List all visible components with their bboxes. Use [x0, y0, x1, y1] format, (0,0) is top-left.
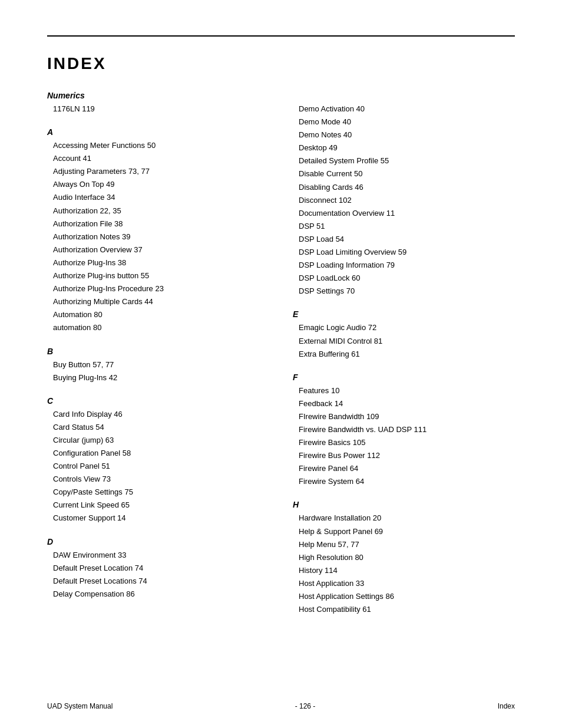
- entry-buying-plug-ins: Buying Plug-Ins 42: [47, 371, 269, 384]
- entry-authorization: Authorization 22, 35: [47, 205, 269, 218]
- entry-dsp-load-limiting-overview: DSP Load Limiting Overview 59: [293, 246, 515, 259]
- entry-hardware-installation: Hardware Installation 20: [293, 512, 515, 525]
- left-column: Numerics 1176LN 119 A Accessing Meter Fu…: [47, 91, 269, 616]
- entry-always-on-top: Always On Top 49: [47, 178, 269, 191]
- entry-firewire-bus-power: Firewire Bus Power 112: [293, 449, 515, 462]
- entry-detailed-system-profile: Detailed System Profile 55: [293, 154, 515, 167]
- entry-documentation-overview: Documentation Overview 11: [293, 207, 515, 220]
- entry-help-support-panel: Help & Support Panel 69: [293, 525, 515, 538]
- entry-firewire-system: Firewire System 64: [293, 475, 515, 488]
- footer: UAD System Manual - 126 - Index: [47, 702, 515, 710]
- entry-authorization-file: Authorization File 38: [47, 218, 269, 230]
- entry-firewire-bandwidth-fi: FIrewire Bandwidth 109: [293, 410, 515, 423]
- footer-center: - 126 -: [295, 702, 316, 710]
- entry-copy-paste-settings: Copy/Paste Settings 75: [47, 486, 269, 499]
- entry-circular-jump: Circular (jump) 63: [47, 434, 269, 447]
- entry-default-preset-locations: Default Preset Locations 74: [47, 575, 269, 588]
- entry-card-info-display: Card Info Display 46: [47, 408, 269, 421]
- entry-disconnect: Disconnect 102: [293, 194, 515, 207]
- section-heading-h: H: [293, 500, 515, 509]
- section-heading-c: C: [47, 396, 269, 406]
- entry-current-link-speed: Current Link Speed 65: [47, 499, 269, 512]
- entry-dsp-loadlock: DSP LoadLock 60: [293, 272, 515, 285]
- top-border: [47, 35, 515, 37]
- entry-account: Account 41: [47, 152, 269, 165]
- entry-host-compatibility: Host Compatibility 61: [293, 603, 515, 616]
- entry-adjusting-parameters: Adjusting Parameters 73, 77: [47, 165, 269, 178]
- entry-accessing-meter: Accessing Meter Functions 50: [47, 139, 269, 152]
- page-title: INDEX: [47, 54, 515, 73]
- entry-firewire-basics: Firewire Basics 105: [293, 436, 515, 449]
- entry-firewire-panel: Firewire Panel 64: [293, 462, 515, 475]
- section-heading-a: A: [47, 127, 269, 137]
- entry-extra-buffering: Extra Buffering 61: [293, 348, 515, 361]
- entry-dsp-settings: DSP Settings 70: [293, 285, 515, 298]
- section-heading-e: E: [293, 309, 515, 319]
- entry-host-application-settings: Host Application Settings 86: [293, 590, 515, 603]
- footer-right: Index: [498, 702, 515, 710]
- entry-card-status: Card Status 54: [47, 421, 269, 434]
- content-columns: Numerics 1176LN 119 A Accessing Meter Fu…: [47, 91, 515, 616]
- entry-audio-interface: Audio Interface 34: [47, 191, 269, 204]
- entry-demo-mode: Demo Mode 40: [293, 116, 515, 129]
- entry-daw-environment: DAW Environment 33: [47, 549, 269, 562]
- entry-controls-view: Controls View 73: [47, 473, 269, 486]
- entry-authorize-plug-ins-button: Authorize Plug-ins button 55: [47, 269, 269, 282]
- entry-control-panel: Control Panel 51: [47, 460, 269, 473]
- entry-configuration-panel: Configuration Panel 58: [47, 447, 269, 460]
- entry-authorize-plug-ins: Authorize Plug-Ins 38: [47, 256, 269, 269]
- entry-dsp-loading-information: DSP Loading Information 79: [293, 259, 515, 272]
- entry-dsp: DSP 51: [293, 220, 515, 233]
- entry-history: History 114: [293, 564, 515, 577]
- section-heading-b: B: [47, 347, 269, 356]
- entry-demo-activation: Demo Activation 40: [293, 103, 515, 116]
- entry-delay-compensation: Delay Compensation 86: [47, 588, 269, 601]
- entry-buy-button: Buy Button 57, 77: [47, 358, 269, 371]
- entry-help-menu: Help Menu 57, 77: [293, 538, 515, 551]
- entry-emagic-logic-audio: Emagic Logic Audio 72: [293, 321, 515, 334]
- entry-default-preset-location: Default Preset Location 74: [47, 562, 269, 575]
- section-heading-f: F: [293, 373, 515, 382]
- entry-high-resolution: High Resolution 80: [293, 551, 515, 564]
- right-column: D Demo Activation 40 Demo Mode 40 Demo N…: [293, 91, 515, 616]
- page: INDEX Numerics 1176LN 119 A Accessing Me…: [0, 0, 562, 728]
- entry-features: Features 10: [293, 384, 515, 397]
- entry-authorize-plug-ins-procedure: Authorize Plug-Ins Procedure 23: [47, 282, 269, 295]
- entry-automation-upper: Automation 80: [47, 308, 269, 321]
- footer-left: UAD System Manual: [47, 702, 113, 710]
- entry-authorizing-multiple-cards: Authorizing Multiple Cards 44: [47, 295, 269, 308]
- section-heading-numerics: Numerics: [47, 91, 269, 100]
- entry-host-application: Host Application 33: [293, 577, 515, 590]
- entry-firewire-bandwidth-vs-uad: Firewire Bandwidth vs. UAD DSP 111: [293, 423, 515, 436]
- entry-external-midi-control: External MIDI Control 81: [293, 335, 515, 348]
- entry-disabling-cards: Disabling Cards 46: [293, 181, 515, 194]
- entry-demo-notes: Demo Notes 40: [293, 129, 515, 141]
- entry-desktop: Desktop 49: [293, 141, 515, 154]
- entry-automation-lower: automation 80: [47, 321, 269, 334]
- entry-authorization-overview: Authorization Overview 37: [47, 243, 269, 256]
- entry-1176ln: 1176LN 119: [47, 103, 269, 116]
- entry-dsp-load: DSP Load 54: [293, 233, 515, 246]
- section-heading-d: D: [47, 537, 269, 546]
- entry-authorization-notes: Authorization Notes 39: [47, 230, 269, 243]
- entry-disable-current: Disable Current 50: [293, 167, 515, 180]
- entry-feedback: Feedback 14: [293, 397, 515, 410]
- entry-customer-support: Customer Support 14: [47, 512, 269, 525]
